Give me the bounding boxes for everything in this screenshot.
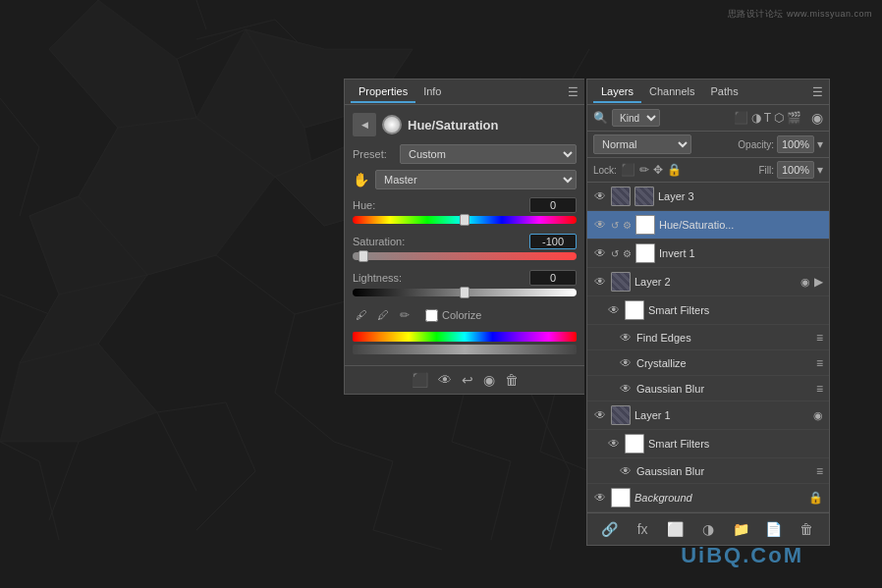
eyedropper-tool[interactable]: 🖋 bbox=[353, 306, 370, 324]
findedges-options[interactable]: ≡ bbox=[816, 331, 823, 345]
view-previous-btn[interactable]: 👁 bbox=[438, 372, 452, 388]
smartfilters2-visibility[interactable]: 👁 bbox=[607, 303, 621, 317]
tab-info[interactable]: Info bbox=[415, 81, 449, 103]
layer2-scroll-arrow[interactable]: ▶ bbox=[814, 275, 823, 289]
gaussianblur1-visibility[interactable]: 👁 bbox=[619, 464, 633, 478]
list-item[interactable]: 👁 ↺ ⚙ Invert 1 bbox=[587, 240, 829, 268]
blend-mode-select[interactable]: Normal Multiply Screen bbox=[593, 134, 691, 154]
lightness-value[interactable] bbox=[529, 270, 577, 286]
light-thumb[interactable] bbox=[460, 287, 469, 298]
add-style-btn[interactable]: fx bbox=[632, 518, 653, 540]
filter-adjust-icon[interactable]: ◑ bbox=[751, 111, 761, 125]
eyedropper-plus-tool[interactable]: 🖊 bbox=[374, 306, 392, 324]
huesat-link-icon: ↺ bbox=[611, 220, 619, 231]
invert-visibility[interactable]: 👁 bbox=[593, 246, 607, 260]
layer1-visibility[interactable]: 👁 bbox=[593, 408, 607, 422]
layer2-prop-toggle[interactable]: ◉ bbox=[800, 276, 810, 289]
tab-channels[interactable]: Channels bbox=[641, 81, 702, 103]
list-item[interactable]: 👁 Layer 2 ◉ ▶ bbox=[587, 268, 829, 296]
channel-select[interactable]: Master Reds Yellows Greens Cyans Blues M… bbox=[375, 170, 577, 189]
reset-btn[interactable]: ↩ bbox=[462, 372, 473, 388]
preset-select[interactable]: Custom Default bbox=[400, 144, 577, 164]
colorize-option: Colorize bbox=[425, 309, 481, 322]
lock-row: Lock: ⬛ ✏ ✥ 🔒 Fill: ▾ bbox=[587, 158, 829, 183]
opacity-arrow[interactable]: ▾ bbox=[817, 137, 823, 151]
opacity-value[interactable] bbox=[777, 135, 814, 153]
crystallize-name: Crystallize bbox=[636, 357, 812, 369]
properties-panel-menu[interactable]: ☰ bbox=[568, 85, 579, 99]
list-item[interactable]: 👁 ↺ ⚙ Hue/Saturatio... bbox=[587, 211, 829, 240]
layer2-visibility[interactable]: 👁 bbox=[593, 275, 607, 289]
background-thumb bbox=[611, 488, 631, 508]
hue-value[interactable] bbox=[529, 197, 577, 213]
add-mask-btn[interactable]: ⬜ bbox=[665, 518, 687, 540]
list-item[interactable]: 👁 Crystallize ≡ bbox=[587, 350, 829, 376]
preset-row: Preset: Custom Default bbox=[353, 144, 577, 164]
delete-btn[interactable]: 🗑 bbox=[505, 372, 519, 388]
list-item[interactable]: 👁 Layer 1 ◉ bbox=[587, 401, 829, 430]
tab-layers[interactable]: Layers bbox=[593, 81, 641, 103]
crystallize-options[interactable]: ≡ bbox=[816, 356, 823, 370]
filter-shape-icon[interactable]: ⬡ bbox=[774, 111, 784, 125]
gaussianblur2-visibility[interactable]: 👁 bbox=[619, 382, 633, 396]
lock-position-icon[interactable]: ✥ bbox=[653, 163, 663, 177]
hue-track[interactable] bbox=[353, 216, 577, 224]
hue-thumb[interactable] bbox=[460, 214, 469, 226]
delete-layer-btn[interactable]: 🗑 bbox=[796, 518, 817, 540]
fill-value[interactable] bbox=[777, 161, 814, 179]
layer3-mask-thumb bbox=[634, 187, 654, 206]
search-kind-select[interactable]: Kind bbox=[612, 109, 660, 127]
filter-type-icon[interactable]: T bbox=[764, 111, 771, 125]
gaussianblur2-options[interactable]: ≡ bbox=[816, 382, 823, 396]
clip-to-layer-btn[interactable]: ⬛ bbox=[412, 372, 428, 388]
hand-tool-icon[interactable]: ✋ bbox=[353, 172, 369, 187]
lock-transparent-icon[interactable]: ⬛ bbox=[621, 163, 635, 177]
invert-link-icon: ↺ bbox=[611, 248, 619, 259]
new-adjustment-btn[interactable]: ◑ bbox=[697, 518, 719, 540]
layers-panel: Layers Channels Paths ☰ 🔍 Kind ⬛ ◑ T ⬡ 🎬… bbox=[586, 79, 830, 546]
saturation-value[interactable] bbox=[529, 234, 577, 249]
smartfilters1-visibility[interactable]: 👁 bbox=[607, 437, 621, 451]
layer3-visibility[interactable]: 👁 bbox=[593, 189, 607, 203]
list-item[interactable]: 👁 Smart Filters bbox=[587, 430, 829, 458]
list-item[interactable]: 👁 Gaussian Blur ≡ bbox=[587, 458, 829, 484]
huesat-name: Hue/Saturatio... bbox=[659, 219, 823, 231]
findedges-visibility[interactable]: 👁 bbox=[619, 331, 633, 345]
gaussianblur1-name: Gaussian Blur bbox=[636, 465, 812, 477]
tab-properties[interactable]: Properties bbox=[351, 81, 415, 103]
colorize-checkbox[interactable] bbox=[425, 309, 438, 322]
background-visibility[interactable]: 👁 bbox=[593, 491, 607, 505]
list-item[interactable]: 👁 Gaussian Blur ≡ bbox=[587, 376, 829, 401]
filter-smart-icon[interactable]: 🎬 bbox=[787, 111, 801, 125]
tab-paths[interactable]: Paths bbox=[703, 81, 746, 103]
lock-all-icon[interactable]: 🔒 bbox=[667, 163, 682, 177]
spectrum-bars bbox=[353, 332, 577, 354]
new-group-btn[interactable]: 📁 bbox=[730, 518, 751, 540]
toggle-visibility-btn[interactable]: ◉ bbox=[483, 372, 495, 388]
layer1-prop-toggle[interactable]: ◉ bbox=[813, 409, 823, 422]
list-item[interactable]: 👁 Background 🔒 bbox=[587, 484, 829, 512]
layers-panel-menu[interactable]: ☰ bbox=[812, 85, 823, 99]
list-item[interactable]: 👁 Smart Filters bbox=[587, 296, 829, 325]
opacity-label: Opacity: bbox=[738, 139, 774, 150]
smartfilters2-thumb bbox=[625, 300, 644, 320]
link-layers-btn[interactable]: 🔗 bbox=[599, 518, 621, 540]
light-track[interactable] bbox=[353, 289, 577, 296]
list-item[interactable]: 👁 Find Edges ≡ bbox=[587, 325, 829, 350]
sat-thumb[interactable] bbox=[358, 250, 368, 262]
search-toggle[interactable]: ◉ bbox=[811, 110, 823, 126]
gaussianblur1-options[interactable]: ≡ bbox=[816, 464, 823, 478]
eyedropper-minus-tool[interactable]: ✏ bbox=[396, 306, 413, 324]
sat-track[interactable] bbox=[353, 252, 577, 260]
new-layer-btn[interactable]: 📄 bbox=[763, 518, 785, 540]
prev-adj-icon[interactable]: ◀ bbox=[353, 113, 376, 136]
lock-image-icon[interactable]: ✏ bbox=[639, 163, 649, 177]
crystallize-visibility[interactable]: 👁 bbox=[619, 356, 633, 370]
filter-pixel-icon[interactable]: ⬛ bbox=[734, 111, 748, 125]
invert-adj-icon: ⚙ bbox=[623, 248, 632, 259]
huesat-visibility[interactable]: 👁 bbox=[593, 218, 607, 232]
saturation-label: Saturation: bbox=[353, 236, 405, 247]
fill-arrow[interactable]: ▾ bbox=[817, 163, 823, 177]
fill-label: Fill: bbox=[758, 165, 774, 176]
list-item[interactable]: 👁 Layer 3 bbox=[587, 183, 829, 211]
